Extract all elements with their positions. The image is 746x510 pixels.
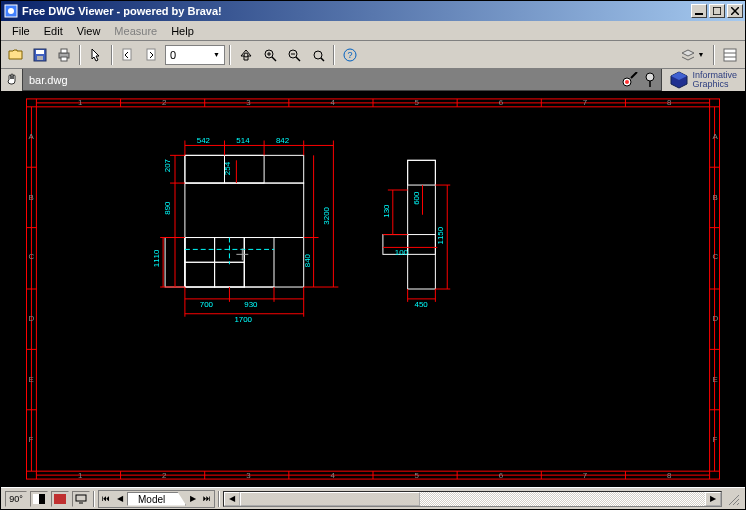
status-separator [93, 491, 95, 507]
pan-button[interactable] [235, 44, 257, 66]
tab-next-button[interactable]: ▶ [186, 491, 200, 507]
svg-rect-12 [123, 49, 131, 60]
svg-rect-173 [33, 494, 39, 504]
svg-line-179 [737, 503, 739, 505]
svg-text:8: 8 [667, 471, 672, 480]
close-button[interactable] [727, 4, 743, 18]
brand-line2: Graphics [692, 80, 737, 89]
pan-hand-icon[interactable] [1, 69, 23, 91]
svg-text:700: 700 [200, 300, 214, 309]
svg-rect-10 [61, 49, 67, 53]
svg-text:A: A [713, 132, 719, 141]
next-page-button[interactable] [141, 44, 163, 66]
svg-text:F: F [713, 435, 718, 444]
svg-rect-26 [724, 49, 736, 61]
tab-first-button[interactable]: ⏮ [99, 491, 113, 507]
menu-file[interactable]: File [5, 23, 37, 39]
svg-line-16 [272, 57, 276, 61]
svg-text:C: C [713, 252, 719, 261]
svg-rect-109 [244, 238, 274, 288]
drawing-canvas[interactable]: 12345678 12345678 ABCDEF ABCDEF [1, 91, 745, 487]
dropdown-arrow-icon: ▼ [213, 51, 220, 58]
svg-text:6: 6 [499, 98, 504, 107]
app-icon [3, 3, 19, 19]
dropdown-arrow-icon: ▼ [698, 51, 705, 58]
svg-text:1: 1 [78, 98, 83, 107]
svg-text:450: 450 [415, 300, 429, 309]
svg-text:842: 842 [276, 136, 289, 145]
page-select[interactable]: 0 ▼ [165, 45, 225, 65]
svg-text:5: 5 [415, 98, 420, 107]
menubar: File Edit View Measure Help [1, 21, 745, 41]
scroll-track[interactable] [240, 492, 705, 506]
docbar-right [621, 72, 661, 88]
svg-text:1: 1 [78, 471, 83, 480]
color-mode-button[interactable] [51, 491, 69, 507]
brand-logo[interactable]: Informative Graphics [661, 69, 745, 91]
tab-model[interactable]: Model [127, 492, 186, 506]
open-button[interactable] [5, 44, 27, 66]
tab-prev-button[interactable]: ◀ [113, 491, 127, 507]
svg-point-22 [314, 51, 322, 59]
layers-button[interactable]: ▼ [675, 44, 709, 66]
svg-text:514: 514 [236, 136, 250, 145]
pin-icon[interactable] [643, 72, 657, 88]
document-bar: bar.dwg Informative Graphics [1, 69, 745, 91]
eyedropper-icon[interactable] [621, 72, 639, 88]
svg-text:E: E [713, 375, 718, 384]
tab-last-button[interactable]: ⏭ [200, 491, 214, 507]
zoom-fit-button[interactable] [307, 44, 329, 66]
svg-rect-174 [54, 494, 66, 504]
rotate-button[interactable]: 90° [5, 491, 27, 507]
maximize-button[interactable] [709, 4, 725, 18]
svg-text:207: 207 [163, 159, 172, 172]
menu-view[interactable]: View [70, 23, 108, 39]
print-button[interactable] [53, 44, 75, 66]
bw-mode-button[interactable] [30, 491, 48, 507]
menu-edit[interactable]: Edit [37, 23, 70, 39]
scroll-thumb[interactable] [240, 492, 420, 506]
horizontal-scrollbar[interactable]: ◀ ▶ [223, 491, 722, 507]
titlebar: Free DWG Viewer - powered by Brava! [1, 1, 745, 21]
svg-rect-102 [185, 155, 304, 183]
monitor-button[interactable] [72, 491, 90, 507]
page-value: 0 [170, 49, 176, 61]
menu-measure[interactable]: Measure [107, 23, 164, 39]
zoom-out-button[interactable] [283, 44, 305, 66]
prev-page-button[interactable] [117, 44, 139, 66]
svg-text:C: C [28, 252, 34, 261]
svg-line-23 [321, 58, 324, 61]
svg-rect-103 [185, 155, 225, 183]
toolbar-separator [229, 45, 231, 65]
scroll-left-button[interactable]: ◀ [224, 492, 240, 506]
menu-help[interactable]: Help [164, 23, 201, 39]
svg-point-30 [625, 80, 629, 84]
svg-point-32 [646, 73, 654, 81]
svg-rect-175 [76, 495, 86, 501]
properties-button[interactable] [719, 44, 741, 66]
dwg-content: 12345678 12345678 ABCDEF ABCDEF [1, 91, 745, 487]
svg-text:2: 2 [162, 98, 166, 107]
save-button[interactable] [29, 44, 51, 66]
svg-text:7: 7 [583, 98, 587, 107]
svg-rect-7 [36, 50, 44, 54]
svg-rect-154 [408, 235, 436, 255]
svg-text:D: D [713, 314, 719, 323]
resize-grip[interactable] [725, 491, 741, 507]
help-button[interactable]: ? [339, 44, 361, 66]
svg-line-20 [296, 57, 300, 61]
window-controls [689, 4, 743, 18]
minimize-button[interactable] [691, 4, 707, 18]
app-window: Free DWG Viewer - powered by Brava! File… [0, 0, 746, 510]
svg-text:3: 3 [246, 98, 251, 107]
scroll-right-button[interactable]: ▶ [705, 492, 721, 506]
pointer-button[interactable] [85, 44, 107, 66]
zoom-in-button[interactable] [259, 44, 281, 66]
statusbar: 90° ⏮ ◀ Model ▶ ⏭ ◀ ▶ [1, 487, 745, 509]
svg-text:2: 2 [162, 471, 166, 480]
layout-tabs: ⏮ ◀ Model ▶ ⏭ [98, 490, 215, 508]
svg-rect-3 [713, 7, 721, 15]
svg-text:4: 4 [330, 471, 335, 480]
svg-rect-37 [36, 107, 709, 471]
svg-text:?: ? [347, 50, 352, 60]
